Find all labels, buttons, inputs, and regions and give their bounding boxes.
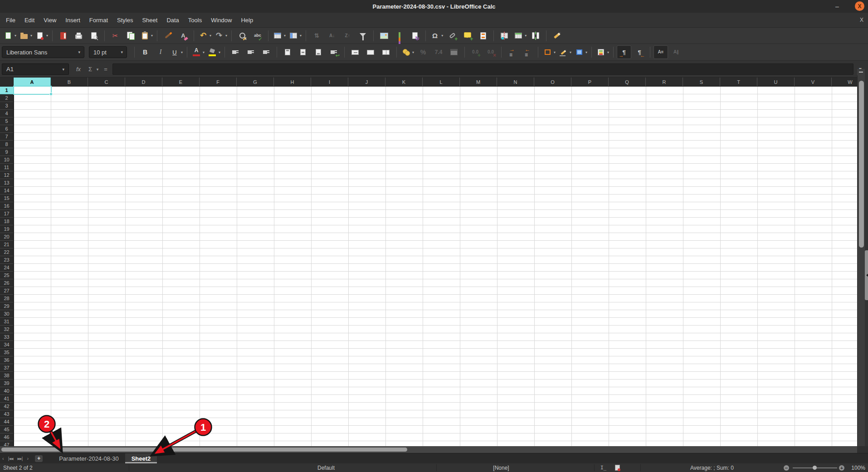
merge-cells-button[interactable] xyxy=(363,45,378,59)
column-header-E[interactable]: E xyxy=(162,78,200,86)
freeze-rows-columns-button[interactable] xyxy=(497,29,512,43)
formula-input-line[interactable] xyxy=(112,63,853,75)
close-document-button[interactable]: X xyxy=(860,13,863,27)
row-header-1[interactable]: 1 xyxy=(0,87,13,94)
open-dropdown-icon[interactable]: ▾ xyxy=(30,34,32,38)
merge-center-button[interactable] xyxy=(348,45,362,59)
vertical-split-handle[interactable] xyxy=(857,69,865,75)
row-header-14[interactable]: 14 xyxy=(0,187,13,195)
align-center-button[interactable] xyxy=(244,45,258,59)
select-all-corner[interactable] xyxy=(0,78,14,87)
highlight-color-button[interactable]: ▾ xyxy=(206,45,221,59)
clear-formatting-button[interactable]: A xyxy=(176,29,190,43)
row-header-38[interactable]: 38 xyxy=(0,372,13,380)
show-draw-functions-button[interactable] xyxy=(550,29,564,43)
open-button[interactable]: ▾ xyxy=(18,29,33,43)
left-to-right-button[interactable]: ¶→ xyxy=(617,45,631,59)
redo-button[interactable]: ↷▾ xyxy=(213,29,228,43)
name-box[interactable]: A1 ▾ xyxy=(2,63,69,75)
border-style-dropdown-icon[interactable]: ▾ xyxy=(570,50,571,54)
print-preview-button[interactable] xyxy=(87,29,101,43)
menu-edit[interactable]: Edit xyxy=(20,13,39,27)
row-header-43[interactable]: 43 xyxy=(0,410,13,418)
menu-sheet[interactable]: Sheet xyxy=(137,13,162,27)
new-dropdown-icon[interactable]: ▾ xyxy=(15,34,16,38)
insert-column-dropdown-icon[interactable]: ▾ xyxy=(300,34,302,38)
row-header-24[interactable]: 24 xyxy=(0,264,13,272)
row-header-3[interactable]: 3 xyxy=(0,102,13,110)
sheet-tab-sheet2[interactable]: Sheet2 xyxy=(125,453,157,463)
column-header-A[interactable]: A xyxy=(14,78,51,86)
formula-button[interactable]: = xyxy=(102,63,110,75)
align-bottom-button[interactable] xyxy=(311,45,326,59)
freeze-cells-dropdown-icon[interactable]: ▾ xyxy=(525,34,527,38)
column-header-Q[interactable]: Q xyxy=(609,78,646,86)
paste-button[interactable]: ▾ xyxy=(139,29,154,43)
column-header-D[interactable]: D xyxy=(125,78,162,86)
last-sheet-icon[interactable]: › xyxy=(24,453,30,463)
close-window-button[interactable]: X xyxy=(855,1,864,11)
row-header-40[interactable]: 40 xyxy=(0,387,13,395)
right-to-left-button[interactable]: ¶← xyxy=(632,45,647,59)
bold-button[interactable]: B xyxy=(138,45,152,59)
row-header-7[interactable]: 7 xyxy=(0,133,13,141)
underline-button[interactable]: U▾ xyxy=(169,45,184,59)
minimize-button[interactable]: – xyxy=(832,0,843,13)
clone-formatting-button[interactable] xyxy=(161,29,175,43)
save-dropdown-icon[interactable]: ▾ xyxy=(46,34,48,38)
row-header-5[interactable]: 5 xyxy=(0,117,13,125)
split-window-button[interactable] xyxy=(528,29,543,43)
special-character-dropdown-icon[interactable]: ▾ xyxy=(441,34,443,38)
zoom-out-icon[interactable]: − xyxy=(784,465,789,471)
vertical-scrollbar[interactable] xyxy=(857,75,865,446)
column-header-J[interactable]: J xyxy=(348,78,385,86)
menu-file[interactable]: File xyxy=(1,13,20,27)
row-header-30[interactable]: 30 xyxy=(0,310,13,318)
column-header-W[interactable]: W xyxy=(832,78,857,86)
sidebar-show-handle[interactable] xyxy=(865,250,868,300)
spelling-button[interactable]: abc✓ xyxy=(250,29,265,43)
redo-dropdown-icon[interactable]: ▾ xyxy=(225,34,227,38)
row-header-29[interactable]: 29 xyxy=(0,302,13,310)
find-replace-button[interactable] xyxy=(235,29,249,43)
insert-hyperlink-button[interactable]: + xyxy=(445,29,459,43)
freeze-cells-button[interactable]: ▾ xyxy=(512,29,527,43)
border-color-dropdown-icon[interactable]: ▾ xyxy=(585,50,587,54)
font-color-button[interactable]: A▾ xyxy=(190,45,205,59)
paste-dropdown-icon[interactable]: ▾ xyxy=(151,34,153,38)
row-header-6[interactable]: 6 xyxy=(0,125,13,133)
horizontal-scrollbar-thumb[interactable] xyxy=(1,448,407,452)
next-sheet-icon[interactable]: ▸▸| xyxy=(15,453,25,463)
export-pdf-button[interactable] xyxy=(56,29,70,43)
menu-tools[interactable]: Tools xyxy=(184,13,206,27)
row-header-35[interactable]: 35 xyxy=(0,349,13,356)
wrap-text-button[interactable]: ↩ xyxy=(327,45,341,59)
currency-button[interactable]: ▾ xyxy=(400,45,415,59)
save-button[interactable]: ▾ xyxy=(34,29,49,43)
row-header-13[interactable]: 13 xyxy=(0,179,13,187)
align-left-button[interactable] xyxy=(228,45,243,59)
align-top-button[interactable] xyxy=(280,45,295,59)
average-sum-status[interactable]: Average: ; Sum: 0 xyxy=(658,463,766,472)
menu-data[interactable]: Data xyxy=(162,13,183,27)
fill-handle[interactable] xyxy=(49,92,53,96)
decrease-indent-button[interactable]: ←≡ xyxy=(520,45,535,59)
conditional-formatting-button[interactable]: ▾ xyxy=(595,45,610,59)
row-header-16[interactable]: 16 xyxy=(0,202,13,210)
select-function-button[interactable]: Σ xyxy=(85,63,95,75)
zoom-level-status[interactable]: 100% xyxy=(846,463,865,472)
row-header-4[interactable]: 4 xyxy=(0,110,13,117)
align-right-button[interactable] xyxy=(259,45,273,59)
font-size-dropdown-icon[interactable]: ▾ xyxy=(121,50,123,54)
new-button[interactable]: ▾ xyxy=(2,29,17,43)
row-header-15[interactable]: 15 xyxy=(0,195,13,202)
row-header-8[interactable]: 8 xyxy=(0,141,13,148)
borders-dropdown-icon[interactable]: ▾ xyxy=(554,50,556,54)
borders-button[interactable]: ▾ xyxy=(541,45,556,59)
row-header-33[interactable]: 33 xyxy=(0,333,13,341)
column-header-K[interactable]: K xyxy=(385,78,423,86)
increase-indent-button[interactable]: →≡ xyxy=(505,45,519,59)
row-header-27[interactable]: 27 xyxy=(0,287,13,295)
page-style-status[interactable]: Default xyxy=(317,463,335,472)
row-header-19[interactable]: 19 xyxy=(0,225,13,233)
